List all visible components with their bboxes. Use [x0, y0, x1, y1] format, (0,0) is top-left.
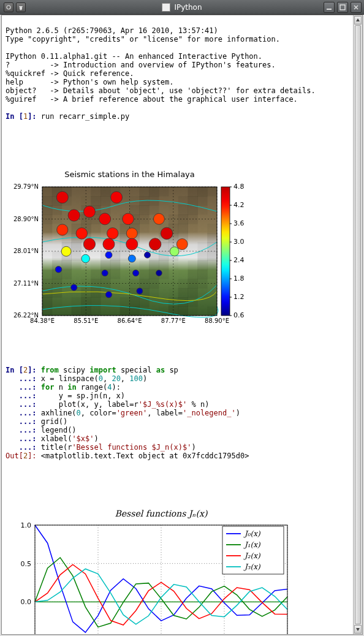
svg-rect-59 — [72, 297, 82, 307]
svg-rect-234 — [197, 233, 207, 243]
svg-text:0.0: 0.0 — [21, 598, 32, 606]
svg-text:26.22°N: 26.22°N — [13, 312, 39, 319]
banner-text: Python 2.6.5 (r265:79063, Apr 16 2010, 1… — [6, 26, 349, 104]
svg-rect-79 — [91, 224, 100, 233]
svg-rect-18 — [42, 306, 52, 316]
close-button[interactable] — [351, 2, 362, 13]
svg-rect-184 — [159, 288, 169, 298]
scroll-thumb[interactable] — [355, 25, 361, 624]
scroll-down-button[interactable] — [354, 625, 362, 634]
svg-rect-190 — [169, 214, 178, 224]
svg-point-281 — [83, 206, 95, 218]
svg-text:4.2: 4.2 — [233, 201, 245, 209]
svg-rect-249 — [207, 242, 217, 252]
svg-rect-126 — [120, 270, 130, 279]
svg-text:1.2: 1.2 — [233, 293, 245, 301]
svg-point-295 — [176, 239, 188, 250]
svg-rect-143 — [130, 297, 140, 307]
svg-rect-256 — [207, 306, 217, 316]
minimize-button[interactable] — [324, 2, 335, 13]
window-titlebar: IPython — [0, 0, 364, 15]
svg-rect-74 — [81, 306, 91, 316]
svg-rect-255 — [207, 297, 217, 307]
svg-point-293 — [126, 238, 138, 250]
svg-text:Seismic stations in the Himala: Seismic stations in the Himalaya — [64, 170, 195, 179]
svg-rect-226 — [188, 288, 198, 298]
svg-rect-251 — [207, 260, 217, 270]
svg-rect-106 — [110, 214, 120, 224]
svg-point-298 — [128, 255, 135, 262]
svg-text:88.90°E: 88.90°E — [205, 317, 229, 324]
svg-point-291 — [83, 238, 95, 250]
svg-rect-212 — [178, 288, 188, 298]
svg-rect-229 — [197, 187, 207, 197]
terminal-content[interactable]: Python 2.6.5 (r265:79063, Apr 16 2010, 1… — [2, 15, 353, 634]
svg-rect-89 — [100, 187, 110, 197]
svg-rect-101 — [100, 297, 110, 307]
svg-rect-12 — [42, 251, 52, 261]
svg-rect-22 — [52, 214, 62, 224]
svg-rect-86 — [91, 288, 100, 298]
svg-point-304 — [156, 270, 162, 276]
svg-rect-48 — [72, 196, 82, 206]
maximize-button[interactable] — [337, 2, 348, 13]
svg-rect-237 — [197, 260, 207, 270]
window-menu-button[interactable] — [4, 2, 13, 12]
svg-point-296 — [82, 254, 90, 263]
svg-text:J₀(x): J₀(x) — [243, 529, 261, 538]
svg-rect-161 — [149, 205, 159, 215]
scroll-up-button[interactable] — [354, 16, 362, 25]
svg-rect-196 — [169, 270, 178, 279]
svg-rect-224 — [188, 270, 198, 279]
svg-point-294 — [149, 238, 161, 251]
svg-rect-5 — [42, 187, 52, 197]
svg-rect-240 — [197, 288, 207, 298]
svg-rect-163 — [149, 224, 159, 233]
svg-rect-82 — [91, 251, 100, 261]
svg-rect-130 — [120, 306, 130, 316]
svg-text:86.64°E: 86.64°E — [118, 317, 142, 324]
svg-point-299 — [145, 252, 151, 258]
svg-rect-72 — [81, 288, 91, 298]
svg-rect-1 — [327, 9, 332, 10]
svg-text:29.79°N: 29.79°N — [13, 183, 39, 190]
svg-rect-116 — [110, 306, 120, 316]
svg-rect-167 — [149, 260, 159, 270]
svg-point-280 — [68, 210, 80, 221]
svg-rect-217 — [188, 205, 198, 215]
svg-rect-46 — [62, 306, 72, 316]
svg-rect-70 — [81, 270, 91, 279]
svg-rect-198 — [169, 288, 178, 298]
svg-rect-154 — [139, 270, 149, 279]
svg-rect-26 — [52, 251, 62, 261]
svg-point-283 — [123, 213, 134, 225]
svg-point-290 — [61, 246, 71, 256]
window-title: IPython — [174, 3, 202, 12]
svg-point-305 — [71, 284, 77, 290]
svg-text:87.77°E: 87.77°E — [161, 317, 186, 324]
svg-text:3.0: 3.0 — [233, 238, 245, 246]
svg-text:2.4: 2.4 — [233, 256, 245, 264]
svg-rect-209 — [178, 260, 188, 270]
svg-rect-158 — [139, 306, 149, 316]
svg-point-285 — [57, 224, 68, 235]
svg-rect-252 — [207, 270, 217, 279]
svg-rect-216 — [188, 196, 198, 206]
svg-rect-201 — [178, 187, 188, 197]
svg-text:28.01°N: 28.01°N — [13, 248, 39, 254]
svg-text:3.6: 3.6 — [233, 219, 245, 227]
svg-rect-56 — [72, 270, 82, 279]
svg-rect-75 — [91, 187, 100, 197]
svg-rect-76 — [91, 196, 100, 206]
svg-rect-188 — [169, 196, 178, 206]
svg-rect-180 — [159, 251, 169, 261]
svg-point-306 — [105, 292, 112, 298]
svg-rect-197 — [169, 279, 178, 289]
svg-rect-25 — [52, 242, 62, 252]
vertical-scrollbar[interactable] — [353, 15, 362, 634]
svg-rect-181 — [159, 260, 169, 270]
window-sticky-button[interactable] — [16, 2, 26, 12]
svg-rect-55 — [72, 260, 82, 270]
svg-rect-244 — [207, 196, 217, 206]
svg-rect-147 — [139, 205, 149, 215]
